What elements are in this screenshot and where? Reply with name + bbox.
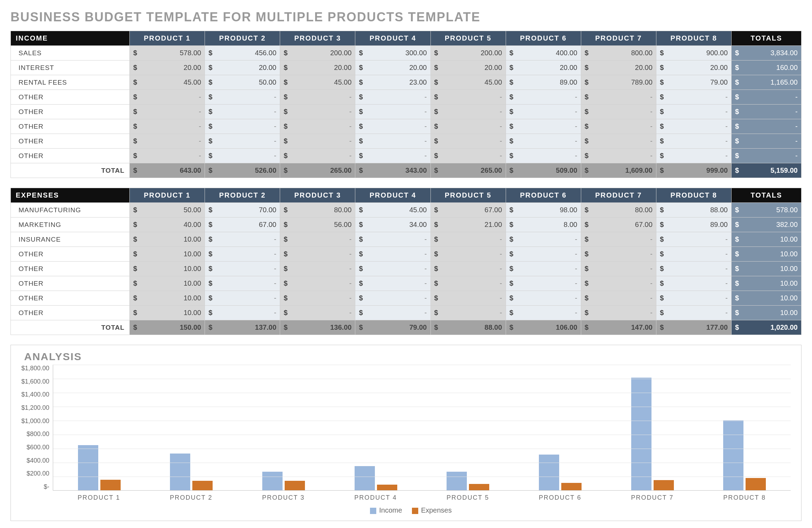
data-cell[interactable]: $45.00: [430, 75, 506, 90]
data-cell[interactable]: $-: [430, 232, 506, 247]
data-cell[interactable]: $-: [506, 134, 581, 149]
data-cell[interactable]: $578.00: [130, 46, 205, 60]
data-cell[interactable]: $-: [506, 232, 581, 247]
data-cell[interactable]: $-: [355, 119, 430, 134]
data-cell[interactable]: $789.00: [581, 75, 656, 90]
data-cell[interactable]: $70.00: [205, 203, 280, 217]
data-cell[interactable]: $50.00: [130, 203, 205, 217]
data-cell[interactable]: $-: [205, 134, 280, 149]
data-cell[interactable]: $-: [280, 276, 355, 291]
data-cell[interactable]: $10.00: [130, 262, 205, 276]
data-cell[interactable]: $50.00: [205, 75, 280, 90]
data-cell[interactable]: $-: [656, 291, 731, 306]
data-cell[interactable]: $-: [506, 90, 581, 105]
data-cell[interactable]: $-: [280, 105, 355, 119]
data-cell[interactable]: $-: [280, 306, 355, 320]
data-cell[interactable]: $10.00: [130, 276, 205, 291]
data-cell[interactable]: $-: [205, 262, 280, 276]
data-cell[interactable]: $456.00: [205, 46, 280, 60]
data-cell[interactable]: $20.00: [280, 60, 355, 75]
data-cell[interactable]: $-: [130, 90, 205, 105]
data-cell[interactable]: $20.00: [656, 60, 731, 75]
data-cell[interactable]: $-: [205, 90, 280, 105]
data-cell[interactable]: $-: [581, 276, 656, 291]
data-cell[interactable]: $79.00: [656, 75, 731, 90]
data-cell[interactable]: $-: [430, 247, 506, 262]
data-cell[interactable]: $-: [656, 105, 731, 119]
data-cell[interactable]: $89.00: [506, 75, 581, 90]
data-cell[interactable]: $-: [280, 90, 355, 105]
data-cell[interactable]: $10.00: [130, 232, 205, 247]
data-cell[interactable]: $-: [506, 247, 581, 262]
data-cell[interactable]: $-: [280, 247, 355, 262]
data-cell[interactable]: $-: [506, 262, 581, 276]
data-cell[interactable]: $-: [430, 262, 506, 276]
data-cell[interactable]: $45.00: [355, 203, 430, 217]
data-cell[interactable]: $10.00: [130, 247, 205, 262]
data-cell[interactable]: $-: [205, 119, 280, 134]
data-cell[interactable]: $98.00: [506, 203, 581, 217]
data-cell[interactable]: $-: [656, 149, 731, 163]
data-cell[interactable]: $-: [205, 276, 280, 291]
data-cell[interactable]: $-: [205, 105, 280, 119]
data-cell[interactable]: $-: [581, 90, 656, 105]
data-cell[interactable]: $200.00: [280, 46, 355, 60]
data-cell[interactable]: $-: [205, 232, 280, 247]
data-cell[interactable]: $-: [355, 276, 430, 291]
data-cell[interactable]: $-: [506, 306, 581, 320]
data-cell[interactable]: $300.00: [355, 46, 430, 60]
data-cell[interactable]: $-: [280, 119, 355, 134]
data-cell[interactable]: $-: [430, 291, 506, 306]
data-cell[interactable]: $-: [280, 149, 355, 163]
data-cell[interactable]: $80.00: [280, 203, 355, 217]
data-cell[interactable]: $-: [430, 105, 506, 119]
data-cell[interactable]: $-: [205, 291, 280, 306]
data-cell[interactable]: $-: [656, 119, 731, 134]
data-cell[interactable]: $-: [430, 149, 506, 163]
data-cell[interactable]: $21.00: [430, 217, 506, 232]
data-cell[interactable]: $-: [581, 306, 656, 320]
data-cell[interactable]: $-: [430, 276, 506, 291]
data-cell[interactable]: $-: [656, 262, 731, 276]
data-cell[interactable]: $20.00: [130, 60, 205, 75]
data-cell[interactable]: $67.00: [205, 217, 280, 232]
data-cell[interactable]: $-: [355, 232, 430, 247]
data-cell[interactable]: $-: [506, 119, 581, 134]
data-cell[interactable]: $-: [205, 306, 280, 320]
data-cell[interactable]: $-: [280, 291, 355, 306]
data-cell[interactable]: $23.00: [355, 75, 430, 90]
data-cell[interactable]: $10.00: [130, 291, 205, 306]
data-cell[interactable]: $-: [355, 247, 430, 262]
data-cell[interactable]: $20.00: [355, 60, 430, 75]
data-cell[interactable]: $67.00: [430, 203, 506, 217]
data-cell[interactable]: $900.00: [656, 46, 731, 60]
data-cell[interactable]: $20.00: [581, 60, 656, 75]
data-cell[interactable]: $-: [581, 119, 656, 134]
data-cell[interactable]: $-: [581, 134, 656, 149]
data-cell[interactable]: $-: [506, 291, 581, 306]
data-cell[interactable]: $89.00: [656, 217, 731, 232]
data-cell[interactable]: $-: [205, 247, 280, 262]
data-cell[interactable]: $-: [581, 291, 656, 306]
data-cell[interactable]: $-: [656, 90, 731, 105]
data-cell[interactable]: $88.00: [656, 203, 731, 217]
data-cell[interactable]: $-: [355, 134, 430, 149]
data-cell[interactable]: $-: [656, 276, 731, 291]
data-cell[interactable]: $-: [430, 306, 506, 320]
data-cell[interactable]: $10.00: [130, 306, 205, 320]
data-cell[interactable]: $67.00: [581, 217, 656, 232]
data-cell[interactable]: $-: [656, 306, 731, 320]
data-cell[interactable]: $-: [355, 90, 430, 105]
data-cell[interactable]: $-: [430, 119, 506, 134]
data-cell[interactable]: $56.00: [280, 217, 355, 232]
data-cell[interactable]: $-: [581, 247, 656, 262]
data-cell[interactable]: $45.00: [280, 75, 355, 90]
data-cell[interactable]: $-: [280, 134, 355, 149]
data-cell[interactable]: $-: [205, 149, 280, 163]
data-cell[interactable]: $-: [581, 105, 656, 119]
data-cell[interactable]: $20.00: [506, 60, 581, 75]
data-cell[interactable]: $-: [581, 149, 656, 163]
data-cell[interactable]: $-: [355, 105, 430, 119]
data-cell[interactable]: $-: [656, 232, 731, 247]
data-cell[interactable]: $-: [656, 134, 731, 149]
